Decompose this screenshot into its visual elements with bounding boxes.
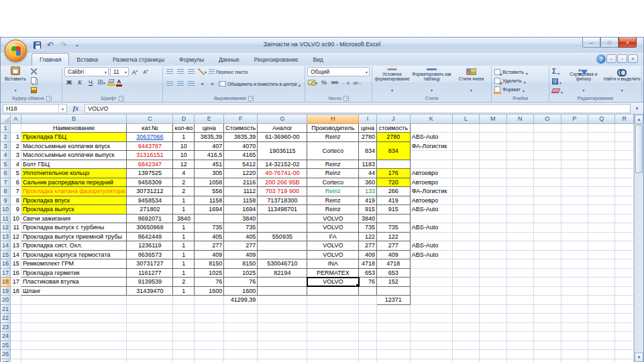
cell-K22[interactable] bbox=[410, 314, 452, 323]
cell-G27[interactable] bbox=[258, 359, 307, 362]
col-header-I[interactable]: I bbox=[359, 115, 377, 123]
cell-P15[interactable] bbox=[561, 250, 588, 259]
cell-O17[interactable] bbox=[534, 268, 561, 278]
tab-Разметка страницы[interactable]: Разметка страницы bbox=[105, 53, 172, 66]
cell-K3[interactable]: ФА-Логистик bbox=[410, 141, 452, 151]
cell-K21[interactable] bbox=[410, 304, 452, 314]
cell-B15[interactable]: Прокладка корпуса термостата bbox=[21, 250, 126, 259]
cell-I12[interactable]: 735 bbox=[359, 223, 377, 233]
cell-L12[interactable] bbox=[452, 223, 479, 233]
cell-C26[interactable] bbox=[127, 350, 173, 359]
cell-H10[interactable]: Reinz bbox=[307, 205, 359, 215]
align-top-button[interactable] bbox=[165, 67, 174, 76]
cell-H17[interactable]: PERMATEX bbox=[307, 268, 359, 278]
cell-F13[interactable]: 405 bbox=[224, 232, 258, 241]
cell-O13[interactable] bbox=[534, 232, 561, 241]
number-dialog-launcher-icon[interactable] bbox=[343, 96, 349, 101]
underline-button[interactable]: Ч bbox=[86, 78, 95, 87]
cell-F10[interactable]: 1694 bbox=[224, 205, 258, 215]
cell-O12[interactable] bbox=[534, 223, 561, 233]
cell-A24[interactable] bbox=[11, 332, 21, 341]
col-header-C[interactable]: C bbox=[127, 115, 173, 123]
cell-C18[interactable]: 9139539 bbox=[127, 278, 173, 287]
cell-O18[interactable] bbox=[534, 278, 561, 287]
cell-D18[interactable]: 2 bbox=[173, 278, 195, 287]
cell-H9[interactable]: Reinz bbox=[307, 196, 359, 205]
cell-I14[interactable]: 277 bbox=[359, 241, 377, 251]
cell-P4[interactable] bbox=[561, 151, 588, 160]
cell-L4[interactable] bbox=[452, 151, 479, 160]
cell-J19[interactable] bbox=[376, 286, 410, 296]
cell-R19[interactable] bbox=[615, 286, 634, 296]
cell-Q10[interactable] bbox=[588, 205, 615, 215]
row-header-4[interactable]: 4 bbox=[1, 151, 11, 160]
cell-F22[interactable] bbox=[224, 314, 258, 323]
cell-N24[interactable] bbox=[506, 332, 533, 341]
cell-J12[interactable]: 735 bbox=[376, 223, 410, 233]
cell-F6[interactable]: 1220 bbox=[224, 169, 258, 178]
number-format-select[interactable]: Общий bbox=[307, 67, 370, 76]
cell-O21[interactable] bbox=[534, 304, 561, 314]
cell-F12[interactable]: 735 bbox=[224, 223, 258, 233]
tab-Рецензирование[interactable]: Рецензирование bbox=[247, 53, 306, 66]
cell-N19[interactable] bbox=[506, 286, 533, 296]
cell-F27[interactable] bbox=[224, 359, 258, 362]
cell-A3[interactable]: 2 bbox=[11, 141, 21, 151]
cell-B7[interactable]: Сальник распредвала передний bbox=[21, 178, 126, 187]
row-header-22[interactable]: 22 bbox=[1, 314, 11, 323]
cell-R15[interactable] bbox=[615, 250, 634, 259]
cell-A21[interactable] bbox=[11, 304, 21, 314]
row-header-21[interactable]: 21 bbox=[1, 304, 11, 314]
cell-Q1[interactable] bbox=[588, 123, 615, 133]
cell-P21[interactable] bbox=[561, 304, 588, 314]
col-header-N[interactable]: N bbox=[506, 115, 533, 123]
cell-F9[interactable]: 1158 bbox=[224, 196, 258, 205]
cell-H19[interactable] bbox=[307, 286, 359, 296]
cell-Q7[interactable] bbox=[588, 178, 615, 187]
cell-N27[interactable] bbox=[506, 359, 533, 362]
cell-I19[interactable] bbox=[359, 286, 377, 296]
cell-C11[interactable]: 8692071 bbox=[127, 214, 173, 223]
cell-M21[interactable] bbox=[480, 304, 507, 314]
cell-Q4[interactable] bbox=[588, 151, 615, 160]
cell-R26[interactable] bbox=[615, 350, 634, 359]
cell-J16[interactable]: 4718 bbox=[376, 259, 410, 269]
cell-A6[interactable]: 5 bbox=[11, 169, 21, 178]
cell-G13[interactable]: 550935 bbox=[258, 232, 307, 241]
col-header-R[interactable]: R bbox=[615, 115, 634, 123]
cell-H16[interactable]: INA bbox=[307, 259, 359, 269]
cell-I1[interactable]: цена bbox=[359, 123, 377, 133]
cell-F18[interactable]: 76 bbox=[224, 278, 258, 287]
cell-R1[interactable] bbox=[615, 123, 634, 133]
row-header-10[interactable]: 10 bbox=[1, 205, 11, 215]
cell-Q9[interactable] bbox=[588, 196, 615, 205]
help-button[interactable]: ? bbox=[596, 54, 606, 64]
cell-L5[interactable] bbox=[452, 160, 479, 169]
cell-R18[interactable] bbox=[615, 278, 634, 287]
cell-P3[interactable] bbox=[561, 141, 588, 151]
cell-L15[interactable] bbox=[452, 250, 479, 259]
cell-E7[interactable]: 1058 bbox=[195, 178, 224, 187]
cell-F24[interactable] bbox=[224, 332, 258, 341]
alignment-dialog-launcher-icon[interactable] bbox=[248, 96, 254, 101]
cell-E11[interactable] bbox=[195, 214, 224, 223]
cell-J24[interactable] bbox=[376, 332, 410, 341]
cell-B6[interactable]: Уплотнительное кольцо bbox=[21, 169, 126, 178]
col-header-O[interactable]: O bbox=[534, 115, 561, 123]
cell-P1[interactable] bbox=[561, 123, 588, 133]
cell-H8[interactable]: Reinz bbox=[307, 187, 359, 196]
col-header-Q[interactable]: Q bbox=[588, 115, 615, 123]
cell-F20[interactable]: 41299,39 bbox=[224, 296, 258, 305]
cell-J23[interactable] bbox=[376, 322, 410, 332]
cell-A20[interactable] bbox=[11, 296, 21, 305]
cell-J20[interactable]: 12371 bbox=[376, 296, 410, 305]
cell-G25[interactable] bbox=[258, 341, 307, 350]
cell-A8[interactable]: 7 bbox=[11, 187, 21, 196]
cell-Q20[interactable] bbox=[588, 296, 615, 305]
redo-button[interactable]: ↷ bbox=[58, 40, 69, 50]
cell-C5[interactable]: 6842347 bbox=[127, 160, 173, 169]
cell-R21[interactable] bbox=[615, 304, 634, 314]
row-header-1[interactable]: 1 bbox=[1, 123, 11, 133]
cell-J5[interactable] bbox=[376, 160, 410, 169]
font-name-select[interactable]: Calibri bbox=[64, 67, 109, 76]
